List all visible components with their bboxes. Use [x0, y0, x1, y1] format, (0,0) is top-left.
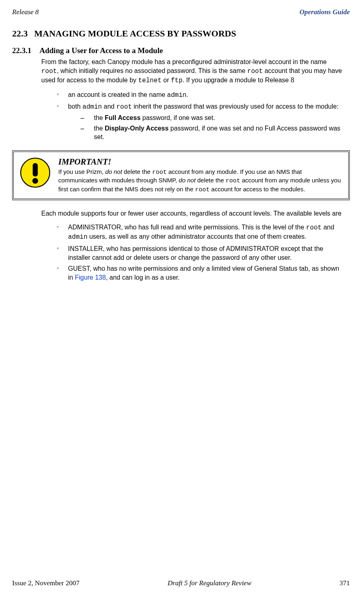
subsection-title: Adding a User for Access to a Module [40, 46, 163, 55]
text: , which initially requires no associated… [57, 67, 247, 74]
code-root: root [116, 103, 132, 111]
list-item: GUEST, who has no write permissions and … [57, 264, 346, 282]
code-root: root [226, 178, 240, 184]
text: . [187, 91, 188, 98]
intro-paragraph: From the factory, each Canopy module has… [41, 58, 346, 86]
code-root: root [306, 224, 321, 231]
list-item: the Full Access password, if one was set… [80, 113, 346, 122]
code-root: root [195, 186, 210, 193]
section-heading-2: 22.3.1 Adding a User for Access to a Mod… [12, 46, 350, 55]
list-item: the Display-Only Access password, if one… [80, 124, 346, 141]
text: inherit the password that was previously… [132, 103, 338, 110]
svg-rect-1 [33, 163, 38, 176]
issue-label: Issue 2, November 2007 [12, 579, 79, 587]
text: , and can log in as a user. [106, 274, 179, 281]
text: delete the [122, 168, 152, 175]
code-admin: admin [83, 103, 102, 111]
text: From the factory, each Canopy module has… [41, 58, 327, 65]
release-label: Release 8 [12, 8, 39, 16]
text: both [68, 103, 83, 110]
text: or [162, 77, 171, 83]
text: and [321, 224, 334, 231]
list-item: both admin and root inherit the password… [57, 102, 346, 141]
exclamation-icon [19, 157, 51, 188]
text: password, if one was set. [140, 114, 215, 121]
code-root: root [41, 68, 57, 75]
bold-text: Display-Only Access [105, 125, 169, 132]
text: If you use Prizm, [58, 168, 105, 175]
text: and [102, 103, 117, 110]
page-header: Release 8 Operations Guide [12, 8, 350, 16]
code-admin: admin [167, 92, 187, 99]
italic-text: do not [105, 168, 122, 175]
callout-body: If you use Prizm, do not delete the root… [58, 168, 343, 194]
body-content-2: Each module supports four or fewer user … [41, 209, 346, 282]
figure-link[interactable]: Figure 138 [75, 274, 106, 281]
draft-label: Draft 5 for Regulatory Review [168, 579, 251, 587]
code-ftp: ftp [171, 77, 183, 84]
important-callout: IMPORTANT! If you use Prizm, do not dele… [12, 150, 350, 201]
text: the [94, 114, 105, 121]
section-number: 22.3 [12, 28, 28, 39]
svg-point-2 [32, 178, 38, 184]
code-root: root [152, 169, 167, 176]
paragraph: Each module supports four or fewer user … [41, 209, 346, 218]
subsection-number: 22.3.1 [12, 46, 32, 55]
body-content: From the factory, each Canopy module has… [41, 58, 346, 141]
text: the [94, 125, 105, 132]
guide-label: Operations Guide [300, 8, 350, 16]
callout-content: IMPORTANT! If you use Prizm, do not dele… [58, 157, 343, 194]
callout-title: IMPORTANT! [58, 157, 343, 167]
text: delete the [196, 177, 226, 184]
section-heading-1: 22.3 MANAGING MODULE ACCESS BY PASSWORDS [12, 28, 350, 39]
code-admin: admin [68, 233, 87, 241]
text: . If you upgrade a module to Release 8 [183, 77, 294, 83]
dash-list: the Full Access password, if one was set… [80, 113, 346, 141]
code-root: root [247, 68, 263, 75]
bold-text: Full Access [105, 114, 140, 121]
list-item: INSTALLER, who has permissions identical… [57, 244, 346, 262]
italic-text: do not [179, 177, 196, 184]
text: ADMINISTRATOR, who has full read and wri… [68, 224, 306, 231]
section-title: MANAGING MODULE ACCESS BY PASSWORDS [34, 28, 236, 39]
bullet-list: an account is created in the name admin.… [57, 90, 346, 141]
text: users, as well as any other administrato… [87, 233, 307, 240]
text: account for access to the modules. [210, 186, 305, 193]
list-item: an account is created in the name admin. [57, 90, 346, 100]
page-number: 371 [339, 579, 350, 587]
levels-list: ADMINISTRATOR, who has full read and wri… [57, 223, 346, 282]
text: an account is created in the name [68, 91, 167, 98]
code-telnet: telnet [138, 77, 162, 84]
page-footer: Issue 2, November 2007 Draft 5 for Regul… [12, 579, 350, 587]
list-item: ADMINISTRATOR, who has full read and wri… [57, 223, 346, 242]
